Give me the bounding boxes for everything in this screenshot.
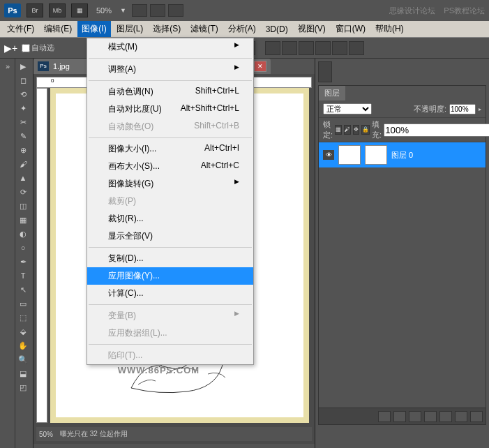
shape-tool[interactable]: ▭	[17, 297, 29, 310]
menu-item-9[interactable]: 裁切(R)...	[87, 210, 253, 227]
zoom-level[interactable]: 50%	[93, 6, 114, 15]
path-tool[interactable]: ↖	[17, 283, 29, 296]
ps-doc-icon: Ps	[38, 61, 49, 71]
dodge-tool[interactable]: ○	[17, 241, 29, 254]
layer-thumbnail[interactable]	[338, 145, 361, 165]
menu-filter[interactable]: 滤镜(T)	[186, 21, 222, 37]
stamp-tool[interactable]: ▲	[17, 172, 29, 184]
dist-btn-1[interactable]	[265, 41, 280, 55]
dist-btn-4[interactable]	[315, 41, 331, 55]
lock-paint-icon[interactable]: 🖌	[344, 125, 351, 135]
3d-camera-tool[interactable]: ⬙	[17, 325, 29, 338]
menu-analysis[interactable]: 分析(A)	[224, 21, 260, 37]
color-swap[interactable]: ⬓	[17, 367, 29, 380]
eyedropper-tool[interactable]: ✎	[17, 130, 29, 142]
healing-tool[interactable]: ⊕	[17, 144, 29, 156]
crop-tool[interactable]: ✂	[17, 116, 29, 128]
adjustment-layer-icon[interactable]	[424, 411, 437, 422]
tools-panel: ▶ ◻ ⟲ ✦ ✂ ✎ ⊕ 🖌 ▲ ⟳ ◫ ▦ ◐ ○ ✒ T ↖ ▭ ⬚ ⬙ …	[15, 59, 33, 448]
fill-label: 填充:	[372, 119, 382, 140]
menu-item-3[interactable]: 自动对比度(U)Alt+Shift+Ctrl+L	[87, 100, 253, 118]
dist-btn-3[interactable]	[299, 41, 314, 55]
quickmask-tool[interactable]: ◰	[17, 381, 29, 394]
collapse-icon[interactable]: »	[1, 60, 14, 73]
menu-item-7[interactable]: 图像旋转(G)▶	[87, 175, 253, 193]
lock-position-icon[interactable]: ✥	[353, 125, 359, 135]
layer-mask-icon[interactable]	[409, 411, 421, 422]
lock-transparency-icon[interactable]: ▦	[335, 125, 342, 135]
status-zoom[interactable]: 50%	[39, 431, 53, 438]
blend-mode-select[interactable]: 正常	[323, 103, 372, 114]
delete-layer-icon[interactable]	[470, 411, 483, 422]
layer-style-icon[interactable]	[393, 411, 406, 422]
zoom-dropdown-icon[interactable]: ▼	[120, 7, 126, 14]
lasso-tool[interactable]: ⟲	[17, 88, 29, 100]
hand-tool[interactable]: ✋	[17, 339, 29, 352]
menu-item-12[interactable]: 应用图像(Y)...	[87, 267, 253, 285]
panel-collapse-1[interactable]	[318, 61, 332, 82]
opacity-arrow-icon[interactable]: ▸	[479, 106, 481, 112]
fill-input[interactable]	[384, 124, 489, 137]
auto-select-checkbox[interactable]: 自动选	[22, 43, 54, 53]
brush-tool[interactable]: 🖌	[17, 158, 29, 170]
lock-label: 锁定:	[323, 119, 333, 140]
menu-edit[interactable]: 编辑(E)	[40, 21, 76, 37]
menu-item-2[interactable]: 自动色调(N)Shift+Ctrl+L	[87, 83, 253, 100]
menu-file[interactable]: 文件(F)	[3, 21, 38, 37]
3d-tool[interactable]: ⬚	[17, 311, 29, 324]
dist-btn-6[interactable]	[349, 41, 364, 55]
layer-row[interactable]: 👁 图层 0	[319, 142, 486, 167]
menu-item-13[interactable]: 计算(C)...	[87, 285, 253, 302]
layer-name[interactable]: 图层 0	[391, 150, 413, 160]
view-icon-1[interactable]	[132, 4, 147, 17]
menu-item-6[interactable]: 画布大小(S)...Alt+Ctrl+C	[87, 158, 253, 175]
menu-view[interactable]: 视图(V)	[294, 21, 330, 37]
menu-item-16: 陷印(T)...	[87, 347, 253, 364]
ruler-vertical	[36, 88, 47, 423]
document-title: 1.jpg	[53, 62, 70, 70]
history-brush-tool[interactable]: ⟳	[17, 186, 29, 198]
wand-tool[interactable]: ✦	[17, 102, 29, 114]
menu-help[interactable]: 帮助(H)	[371, 21, 408, 37]
menu-layer[interactable]: 图层(L)	[112, 21, 148, 37]
gradient-tool[interactable]: ▦	[17, 214, 29, 226]
menu-item-5[interactable]: 图像大小(I)...Alt+Ctrl+I	[87, 140, 253, 158]
dist-btn-2[interactable]	[282, 41, 297, 55]
menu-3d[interactable]: 3D(D)	[262, 22, 292, 36]
zoom-tool[interactable]: 🔍	[17, 353, 29, 366]
group-icon[interactable]	[439, 411, 452, 422]
pen-tool[interactable]: ✒	[17, 255, 29, 268]
screen-mode-icon[interactable]	[168, 4, 183, 17]
link-layers-icon[interactable]	[378, 411, 391, 422]
menu-select[interactable]: 选择(S)	[149, 21, 185, 37]
menu-item-10[interactable]: 显示全部(V)	[87, 227, 253, 245]
menu-window[interactable]: 窗口(W)	[331, 21, 370, 37]
move-tool-icon[interactable]: ▶+	[4, 43, 17, 54]
close-button[interactable]: ✕	[254, 61, 266, 72]
menu-item-1[interactable]: 调整(A)▶	[87, 61, 253, 78]
layers-tab[interactable]: 图层	[319, 86, 345, 100]
layers-panel: 图层 正常 不透明度: ▸ 锁定: ▦ 🖌 ✥ 🔒 填充: ▸	[318, 85, 486, 425]
menu-item-0[interactable]: 模式(M)▶	[87, 38, 253, 56]
move-tool[interactable]: ▶	[17, 60, 29, 73]
view-extras-button[interactable]: ▦	[71, 3, 88, 17]
dist-btn-5[interactable]	[332, 41, 347, 55]
visibility-icon[interactable]: 👁	[323, 150, 334, 160]
menu-item-11[interactable]: 复制(D)...	[87, 250, 253, 267]
type-tool[interactable]: T	[17, 269, 29, 282]
blur-tool[interactable]: ◐	[17, 227, 29, 240]
minibridge-button[interactable]: Mb	[49, 3, 66, 17]
menu-item-8: 裁剪(P)	[87, 193, 253, 210]
lock-all-icon[interactable]: 🔒	[361, 125, 370, 135]
eraser-tool[interactable]: ◫	[17, 200, 29, 212]
view-icon-2[interactable]	[150, 4, 165, 17]
bridge-button[interactable]: Br	[27, 3, 43, 17]
watermark-text-1: 思缘设计论坛	[389, 6, 435, 16]
mask-thumbnail[interactable]	[365, 145, 387, 165]
menu-image[interactable]: 图像(I)	[77, 21, 110, 37]
layer-list: 👁 图层 0	[319, 142, 486, 408]
opacity-input[interactable]	[449, 104, 476, 114]
new-layer-icon[interactable]	[455, 411, 467, 422]
status-text: 曝光只在 32 位起作用	[60, 429, 128, 439]
marquee-tool[interactable]: ◻	[17, 74, 29, 87]
